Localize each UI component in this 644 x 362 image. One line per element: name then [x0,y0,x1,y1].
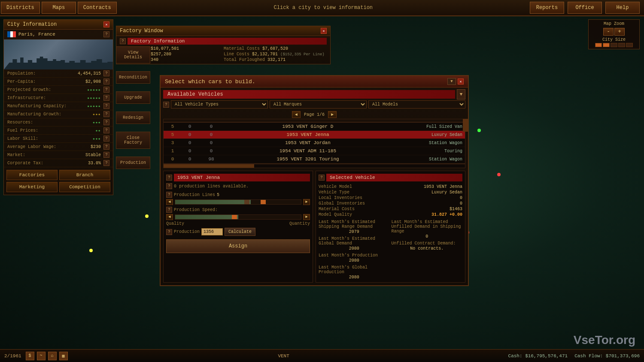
factory-window-header: Factory Window ✕ [116,26,330,36]
vehicle-model-label: Vehicle Model [319,184,352,189]
vehicle-row[interactable]: 0 0 98 1955 VENT 3201 Touring Station Wa… [164,155,465,163]
branch-button[interactable]: Branch [59,170,110,180]
grid-icon[interactable]: ▦ [59,352,68,360]
city-panel-header: City Information ✕ [4,20,113,30]
reports-button[interactable]: Reports [530,2,564,14]
size-dot-3[interactable] [611,43,617,47]
size-dot-4[interactable] [618,43,625,47]
available-vehicles-collapse-button[interactable]: ▼ [457,89,465,100]
view-details-button[interactable]: View Details [116,46,150,63]
prod-speed-help-button[interactable]: ? [166,207,172,213]
vehicle-col3: 0 [200,148,222,154]
city-name-help-button[interactable]: ? [103,31,109,37]
no-lines-help-button[interactable]: ? [166,183,172,189]
line-costs-label: Line Costs [224,52,249,57]
building-icon[interactable]: ⌂ [48,352,57,360]
page-next-button[interactable]: ► [328,111,337,118]
left-panel-help-button[interactable]: ? [166,175,172,181]
table-scrollbar[interactable] [463,119,468,132]
vehicle-type: Luxury Sedan [394,133,462,137]
fuel-prices-label: Fuel Prices: [7,128,38,133]
furloughed-label: Total Furloughed [224,57,265,62]
city-flag [7,31,16,37]
prod-lines-decrease-button[interactable]: ◄ [166,199,173,205]
marques-filter[interactable]: All Marques [270,100,367,109]
mfg-capacity-help-button[interactable]: ? [103,103,109,109]
assign-button[interactable]: Assign [166,239,310,253]
last-month-prod-row: Last Month's Production [319,253,390,258]
contracts-button[interactable]: Contracts [78,2,117,14]
material-costs-row: Material Costs $7,687,520 [224,46,327,51]
calculate-button[interactable]: Calculate [225,228,255,236]
est-shipping-demand-row: Last Month's Estimated Shipping Range De… [319,219,390,229]
factories-button[interactable]: Factories [6,170,58,180]
prod-lines-help-button[interactable]: ? [166,192,172,198]
prod-lines-thumb2[interactable] [261,200,266,204]
zoom-minus-button[interactable]: - [603,28,614,36]
competition-button[interactable]: Competition [59,182,110,192]
corporate-tax-help-button[interactable]: ? [103,160,109,166]
projected-growth-help-button[interactable]: ? [103,87,109,93]
redesign-button[interactable]: Redesign [116,112,150,124]
city-panel-close-button[interactable]: ✕ [103,21,109,27]
money-icon[interactable]: $ [26,352,34,360]
prod-speed-thumb[interactable] [232,215,237,219]
top-bar: Districts Maps Contracts Click a city to… [0,0,644,16]
model-quality-row: Model Quality 31.827 +0.00 [319,212,462,217]
infrastructure-help-button[interactable]: ? [103,95,109,101]
resources-help-button[interactable]: ? [103,119,109,125]
prod-lines-label: Production Lines [174,193,215,197]
vehicle-row[interactable]: 1 0 0 1954 VENT ADM 11-185 Touring [164,147,465,155]
resources-stars: ★★★ [93,120,101,125]
avg-wage-help-button[interactable]: ? [103,144,109,150]
material-costs-sv-value: $1463 [450,207,462,211]
help-button[interactable]: Help [605,2,640,14]
right-panel-title: Selected Vehicle [326,174,462,181]
vehicle-num: 0 [166,157,179,162]
models-filter[interactable]: All Models [368,100,465,109]
select-cars-close-button[interactable]: ✕ [458,78,464,84]
prod-lines-increase-button[interactable]: ► [303,199,310,205]
labor-skill-label: Labor Skill: [7,136,38,141]
right-panel-help-button[interactable]: ? [319,175,325,181]
left-panel-title: 1953 VENT Jenna [174,174,310,181]
office-button[interactable]: Office [568,2,602,14]
production-input[interactable] [201,228,223,235]
graph-icon[interactable]: ~ [37,352,46,360]
marketing-button[interactable]: Marketing [6,182,58,192]
per-capita-help-button[interactable]: ? [103,78,109,84]
upgrade-button[interactable]: Upgrade [116,91,150,104]
maps-button[interactable]: Maps [42,2,76,14]
population-help-button[interactable]: ? [103,70,109,76]
recondition-button[interactable]: Recondition [116,71,150,84]
filter-help-button[interactable]: ? [163,102,169,108]
factory-side-buttons: View Details Recondition Upgrade Redesig… [116,46,150,170]
market-help-button[interactable]: ? [103,152,109,158]
size-dot-1[interactable] [595,43,602,47]
vehicle-row[interactable]: 3 0 0 1953 VENT Jordan Station Wagon [164,139,465,147]
labor-skill-help-button[interactable]: ? [103,136,109,142]
fuel-prices-help-button[interactable]: ? [103,127,109,133]
vehicle-name: 1954 VENT ADM 11-185 [222,148,394,154]
districts-button[interactable]: Districts [1,2,40,14]
factory-info-help-button[interactable]: ? [120,38,126,44]
size-dot-2[interactable] [603,43,610,47]
prod-lines-thumb[interactable] [244,200,249,204]
horizontal-scrollbar[interactable] [163,164,465,168]
vehicle-row[interactable]: 5 0 0 1953 VENT Jenna Luxury Sedan [164,131,465,139]
production-help-button[interactable]: ? [166,229,172,235]
prod-speed-increase-button[interactable]: ► [303,214,310,220]
page-prev-button[interactable]: ◄ [292,111,301,118]
vehicle-type-filter[interactable]: All Vehicle Types [171,100,268,109]
population-row: Population: 4,454,315 ? [4,69,113,78]
mfg-growth-help-button[interactable]: ? [103,111,109,117]
select-cars-minimize-button[interactable]: ▼ [447,78,456,85]
zoom-plus-button[interactable]: + [614,28,625,36]
map-zoom-panel: Map Zoom - + City Size [588,19,640,49]
size-dot-5[interactable] [626,43,633,47]
production-button[interactable]: Production [116,157,150,169]
factory-window-close-button[interactable]: ✕ [321,28,327,34]
vehicle-row[interactable]: 5 0 0 1953 VENT Ginger D Full Sized Van [164,123,465,131]
close-factory-button[interactable]: Close Factory [116,132,150,149]
prod-speed-decrease-button[interactable]: ◄ [166,214,173,220]
